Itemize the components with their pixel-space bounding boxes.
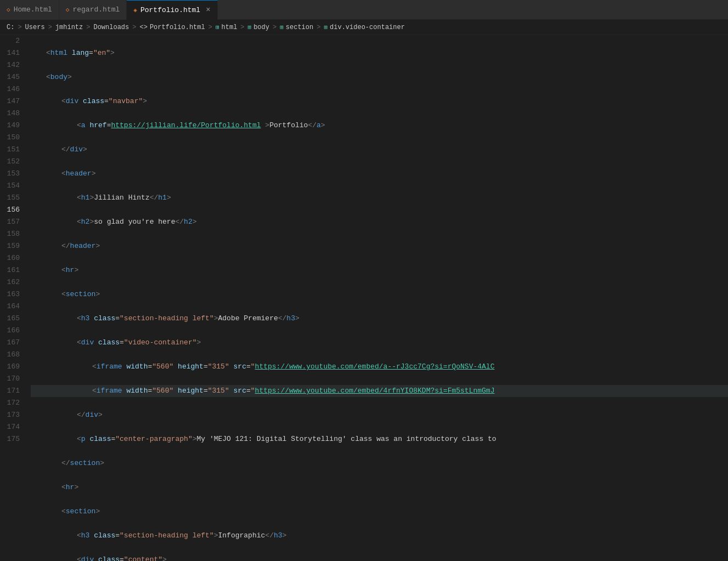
ln-145: 145	[4, 71, 20, 83]
ln-174: 174	[4, 421, 20, 433]
ln-167: 167	[4, 337, 20, 349]
code-row-147: <header>	[31, 168, 728, 180]
ln-2: 2	[4, 35, 20, 47]
ln-156: 156	[4, 204, 20, 216]
tab-home[interactable]: ◇ Home.html	[0, 0, 59, 20]
tab-portfolio-label: Portfolio.html	[140, 6, 200, 14]
ln-171: 171	[4, 385, 20, 397]
code-row-148: <h1>Jillian Hintz</h1>	[31, 192, 728, 204]
tab-regard[interactable]: ◇ regard.html	[59, 0, 127, 20]
bc-section: section	[286, 24, 313, 31]
code-row-160: <hr>	[31, 481, 728, 494]
code-row-155: <iframe width="560" height="315" src="ht…	[31, 361, 728, 373]
code-row-146: </div>	[31, 144, 728, 156]
code-body[interactable]: <html lang="en"> <body> <div class="navb…	[31, 35, 728, 561]
code-row-150: </header>	[31, 240, 728, 252]
ln-152: 152	[4, 156, 20, 168]
tab-regard-icon: ◇	[66, 6, 70, 13]
bc-body-icon: ⊞	[248, 24, 252, 31]
code-row-159: </section>	[31, 457, 728, 469]
ln-150: 150	[4, 132, 20, 144]
ln-147: 147	[4, 95, 20, 107]
code-row-151: <hr>	[31, 264, 728, 276]
ln-160: 160	[4, 252, 20, 264]
ln-158: 158	[4, 228, 20, 240]
ln-141: 141	[4, 47, 20, 59]
code-row-149: <h2>so glad you're here</h2>	[31, 216, 728, 228]
code-row-152: <section>	[31, 288, 728, 301]
ln-146: 146	[4, 83, 20, 95]
code-row-157: </div>	[31, 409, 728, 421]
code-row-153: <h3 class="section-heading left">Adobe P…	[31, 313, 728, 325]
ln-151: 151	[4, 144, 20, 156]
tab-bar: ◇ Home.html ◇ regard.html ◈ Portfolio.ht…	[0, 0, 728, 20]
bc-users: Users	[25, 24, 45, 31]
ln-148: 148	[4, 107, 20, 120]
tab-regard-label: regard.html	[72, 5, 120, 14]
ln-155: 155	[4, 192, 20, 204]
ln-161: 161	[4, 264, 20, 276]
ln-163: 163	[4, 288, 20, 301]
code-row-145: <a href=https://jillian.life/Portfolio.h…	[31, 120, 728, 132]
ln-162: 162	[4, 276, 20, 288]
bc-section-icon: ⊞	[280, 24, 284, 31]
ln-172: 172	[4, 397, 20, 409]
code-row-154: <div class="video-container">	[31, 337, 728, 349]
code-row-162: <h3 class="section-heading left">Infogra…	[31, 530, 728, 542]
bc-div-video: div.video-container	[330, 24, 405, 31]
ln-153: 153	[4, 168, 20, 180]
ln-166: 166	[4, 325, 20, 337]
bc-html-icon: ⊞	[216, 24, 219, 31]
ln-173: 173	[4, 409, 20, 421]
code-row-156: <iframe width="560" height="315" src="ht…	[31, 385, 728, 397]
code-row-163: <div class="content">	[31, 554, 728, 561]
tab-home-icon: ◇	[7, 6, 10, 13]
tab-portfolio-icon: ◈	[133, 7, 137, 14]
bc-jmhintz: jmhintz	[55, 24, 83, 31]
ln-164: 164	[4, 301, 20, 313]
tab-close-icon[interactable]: ×	[206, 5, 210, 14]
ln-170: 170	[4, 373, 20, 385]
code-row-158: <p class="center-paragraph">My 'MEJO 121…	[31, 433, 728, 445]
ln-175: 175	[4, 433, 20, 445]
bc-downloads: Downloads	[93, 24, 129, 31]
ln-157: 157	[4, 216, 20, 228]
code-row-2: <html lang="en">	[31, 47, 728, 59]
ln-169: 169	[4, 361, 20, 373]
code-row-161: <section>	[31, 506, 728, 518]
code-row-142: <div class="navbar">	[31, 95, 728, 107]
ln-154: 154	[4, 180, 20, 192]
editor-area: 2 141 142 145 146 147 148 149 150 151 15…	[0, 35, 728, 561]
ln-149: 149	[4, 120, 20, 132]
code-container[interactable]: 2 141 142 145 146 147 148 149 150 151 15…	[0, 35, 728, 561]
ln-142: 142	[4, 59, 20, 71]
ln-159: 159	[4, 240, 20, 252]
bc-div-icon: ⊞	[324, 24, 328, 31]
bc-portfolio-file: Portfolio.html	[150, 24, 205, 31]
bc-portfolio-icon: <>	[139, 24, 147, 31]
code-row-141: <body>	[31, 71, 728, 83]
bc-body: body	[253, 24, 269, 31]
tab-home-label: Home.html	[14, 5, 52, 14]
line-numbers: 2 141 142 145 146 147 148 149 150 151 15…	[0, 35, 31, 561]
tab-portfolio[interactable]: ◈ Portfolio.html ×	[127, 0, 217, 20]
breadcrumb: C: > Users > jmhintz > Downloads > <> Po…	[0, 20, 728, 35]
ln-165: 165	[4, 313, 20, 325]
ln-168: 168	[4, 349, 20, 361]
bc-html: html	[222, 24, 238, 31]
bc-c: C:	[7, 24, 14, 31]
